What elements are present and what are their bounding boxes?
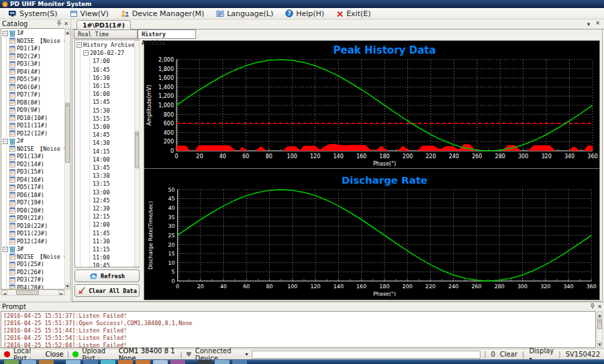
catalog-channel-item[interactable]: PD11(11#) bbox=[9, 122, 64, 130]
taskbar-button[interactable] bbox=[101, 360, 115, 364]
catalog-channel-item[interactable]: PD7(19#) bbox=[9, 199, 64, 207]
tab-real-time-monitor[interactable]: Real Time Monitor bbox=[74, 29, 138, 39]
catalog-channel-item[interactable]: NOISE 【Noise C bbox=[9, 253, 64, 261]
history-time-item[interactable]: 13:30 bbox=[93, 172, 139, 180]
catalog-group-label[interactable]: 3# bbox=[17, 245, 23, 253]
catalog-tree[interactable]: −1#NOISE 【Noise CPD1(1#)PD2(2#)PD3(3#)PD… bbox=[1, 28, 65, 290]
os-taskbar[interactable] bbox=[0, 359, 604, 364]
clear-all-data-button[interactable]: Clear All Data bbox=[74, 284, 140, 297]
catalog-channel-item[interactable]: PD9(9#) bbox=[9, 107, 64, 115]
history-time-item[interactable]: 12:00 bbox=[93, 221, 139, 229]
history-time-item[interactable]: 12:15 bbox=[93, 213, 139, 221]
collapse-icon[interactable]: − bbox=[3, 31, 8, 36]
history-time-item[interactable]: 12:30 bbox=[93, 204, 139, 213]
catalog-group-label[interactable]: 1# bbox=[17, 29, 23, 38]
history-time-item[interactable]: 14:30 bbox=[93, 139, 139, 147]
history-time-item[interactable]: 11:45 bbox=[93, 229, 139, 237]
menu-item-view[interactable]: View(V) bbox=[64, 9, 115, 19]
close-icon[interactable]: ✕ bbox=[64, 21, 68, 27]
history-date-item[interactable]: 2016-02-27 bbox=[90, 49, 124, 57]
history-time-item[interactable]: 15:45 bbox=[93, 98, 139, 106]
scroll-up-icon[interactable]: ▲ bbox=[65, 29, 70, 35]
catalog-channel-item[interactable]: PD1(13#) bbox=[9, 153, 64, 161]
history-time-item[interactable]: 16:45 bbox=[93, 66, 139, 74]
catalog-channel-item[interactable]: PD6(6#) bbox=[9, 84, 64, 92]
taskbar-button[interactable] bbox=[39, 360, 54, 364]
taskbar-button[interactable] bbox=[66, 360, 81, 364]
catalog-channel-item[interactable]: PD6(18#) bbox=[9, 192, 64, 200]
taskbar-button[interactable] bbox=[215, 360, 230, 364]
history-time-item[interactable]: 12:45 bbox=[93, 196, 139, 204]
tab-history-archive[interactable]: History Archive bbox=[138, 29, 196, 39]
catalog-channel-item[interactable]: PD9(21#) bbox=[9, 215, 64, 223]
catalog-channel-item[interactable]: PD1(1#) bbox=[9, 45, 64, 53]
catalog-channel-item[interactable]: PD10(22#) bbox=[9, 223, 64, 231]
history-time-item[interactable]: 17:00 bbox=[93, 57, 139, 65]
menu-item-system[interactable]: System(S) bbox=[3, 9, 64, 19]
prompt-scrollbar[interactable]: ▲ ≡ ▼ bbox=[597, 311, 603, 348]
taskbar-button[interactable] bbox=[153, 360, 168, 364]
history-tree-scrollbar[interactable]: ≡ bbox=[134, 40, 140, 267]
catalog-channel-item[interactable]: PD5(5#) bbox=[9, 76, 64, 84]
history-time-item[interactable]: 15:30 bbox=[93, 107, 139, 115]
collapse-icon[interactable]: − bbox=[3, 247, 8, 252]
taskbar-button[interactable] bbox=[21, 360, 36, 364]
menu-item-device-manager[interactable]: Device Manager(M) bbox=[115, 9, 210, 19]
clear-counter-button[interactable]: Clear bbox=[500, 351, 517, 358]
taskbar-button[interactable] bbox=[232, 360, 247, 364]
catalog-channel-item[interactable]: PD7(7#) bbox=[9, 91, 64, 99]
catalog-channel-item[interactable]: PD5(17#) bbox=[9, 184, 64, 192]
history-time-item[interactable]: 13:00 bbox=[93, 188, 139, 196]
menu-item-language[interactable]: Language(L) bbox=[210, 9, 279, 19]
history-root-label[interactable]: History Archive bbox=[83, 41, 135, 49]
history-time-item[interactable]: 13:15 bbox=[93, 180, 139, 188]
history-time-item[interactable]: 11:00 bbox=[93, 253, 139, 261]
history-time-item[interactable]: 15:15 bbox=[93, 115, 139, 123]
catalog-channel-item[interactable]: PD1(25#) bbox=[9, 261, 64, 269]
scroll-thumb[interactable]: ≡ bbox=[65, 103, 70, 163]
catalog-channel-item[interactable]: PD12(12#) bbox=[9, 130, 64, 138]
taskbar-button[interactable] bbox=[170, 360, 185, 364]
menu-item-help[interactable]: ?Help(H) bbox=[279, 9, 330, 19]
scroll-up-icon[interactable]: ▲ bbox=[597, 312, 602, 318]
catalog-channel-item[interactable]: PD2(14#) bbox=[9, 161, 64, 169]
catalog-channel-item[interactable]: PD3(27#) bbox=[9, 276, 64, 284]
catalog-channel-item[interactable]: PD8(8#) bbox=[9, 99, 64, 107]
connected-device-combo[interactable] bbox=[252, 351, 481, 359]
catalog-vertical-scrollbar[interactable]: ▲ ≡ ▼ bbox=[64, 28, 70, 290]
chevron-down-icon[interactable]: ▾ bbox=[246, 351, 248, 357]
catalog-channel-item[interactable]: PD12(24#) bbox=[9, 238, 64, 246]
tab-close-icon[interactable]: ✕ bbox=[595, 21, 600, 27]
tab-pd1[interactable]: 1#\PD1(1#) bbox=[77, 20, 131, 29]
history-archive-tree[interactable]: −History Archive−2016-02-2717:0016:4516:… bbox=[74, 40, 140, 267]
history-time-item[interactable]: 16:15 bbox=[93, 82, 139, 90]
history-time-item[interactable]: 16:00 bbox=[93, 90, 139, 98]
tab-list-chevron-icon[interactable]: ▾ bbox=[587, 21, 591, 27]
catalog-channel-item[interactable]: PD4(28#) bbox=[9, 284, 64, 290]
taskbar-button[interactable] bbox=[83, 360, 98, 364]
catalog-channel-item[interactable]: PD11(23#) bbox=[9, 230, 64, 238]
collapse-icon[interactable]: − bbox=[83, 50, 89, 56]
catalog-channel-item[interactable]: PD4(16#) bbox=[9, 176, 64, 184]
taskbar-button[interactable] bbox=[4, 360, 19, 364]
scroll-down-icon[interactable]: ▼ bbox=[65, 283, 70, 289]
history-time-item[interactable]: 11:15 bbox=[93, 245, 139, 253]
catalog-channel-item[interactable]: PD2(26#) bbox=[9, 269, 64, 277]
close-icon[interactable]: ✕ bbox=[597, 304, 602, 310]
catalog-channel-item[interactable]: NOISE 【Noise C bbox=[9, 145, 64, 154]
catalog-channel-item[interactable]: PD2(2#) bbox=[9, 53, 64, 61]
history-time-item[interactable]: 14:00 bbox=[93, 156, 139, 164]
history-time-item[interactable]: 16:30 bbox=[93, 74, 139, 82]
collapse-icon[interactable]: − bbox=[3, 139, 8, 144]
catalog-channel-item[interactable]: PD3(3#) bbox=[9, 60, 64, 68]
history-time-item[interactable]: 14:45 bbox=[93, 131, 139, 139]
catalog-channel-item[interactable]: PD8(20#) bbox=[9, 207, 64, 215]
catalog-channel-item[interactable]: PD10(10#) bbox=[9, 115, 64, 123]
collapse-icon[interactable]: − bbox=[77, 42, 82, 48]
taskbar-button[interactable] bbox=[118, 360, 133, 364]
history-time-item[interactable]: 14:15 bbox=[93, 147, 139, 156]
history-time-item[interactable]: 10:45 bbox=[93, 261, 139, 267]
history-time-item[interactable]: 13:45 bbox=[93, 164, 139, 172]
catalog-group-label[interactable]: 2# bbox=[17, 137, 23, 145]
scroll-thumb[interactable]: ≡ bbox=[597, 318, 602, 329]
